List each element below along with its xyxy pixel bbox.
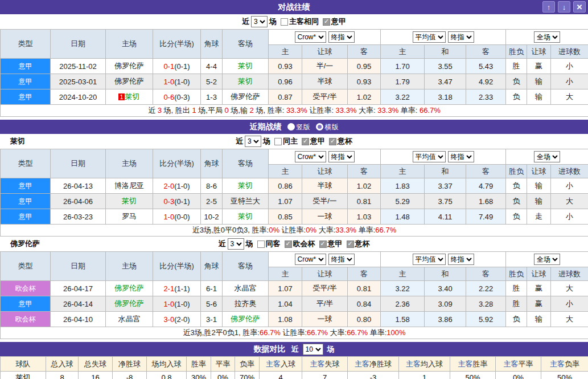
comparison-team-cell[interactable]: 莱切 xyxy=(1,372,46,379)
scroll-up-button[interactable]: ↑ xyxy=(542,1,555,13)
header-text: 净胜球 xyxy=(369,360,392,368)
avg-odds-cell: 2.33 xyxy=(466,89,506,105)
away-team-name[interactable]: 水晶宫 xyxy=(235,284,257,292)
comparison-rounds-filter: 近10场 xyxy=(291,344,335,355)
close-button[interactable]: ✕ xyxy=(573,1,586,13)
comparison-value-cell: 0.8 xyxy=(147,372,187,379)
scope-select[interactable]: 全场 xyxy=(534,31,560,43)
layout-radio-label: 竖版 xyxy=(297,123,310,131)
score-cell: 0-3(0-1) xyxy=(153,194,201,209)
recent-titlebar: 近期战绩 竖版横版 xyxy=(0,120,588,134)
score-cell: 1-0(0-0) xyxy=(153,209,201,225)
away-team-name[interactable]: 莱切 xyxy=(238,212,253,221)
avg-source-select[interactable]: 终指 xyxy=(448,151,474,162)
summary-segment: 33.3% xyxy=(336,106,357,115)
summary-segment: 33.3% xyxy=(286,106,307,115)
rounds-select[interactable]: 3 xyxy=(245,136,261,147)
avg-odds-cell: 5.92 xyxy=(466,312,506,327)
team-name-label: 佛罗伦萨 xyxy=(10,239,40,249)
filter-checkbox-checked[interactable] xyxy=(347,241,354,248)
rounds-select[interactable]: 3 xyxy=(228,238,244,250)
odds-source-select[interactable]: Crow* xyxy=(295,151,326,162)
outcome-cell: 负 xyxy=(506,194,527,209)
home-team-name[interactable]: 莱切 xyxy=(122,197,137,205)
away-team-name[interactable]: 亚特兰大 xyxy=(231,197,260,205)
rank-badge: 1 xyxy=(118,93,124,100)
comparison-value-cell: 30% xyxy=(187,372,211,379)
sub-column-header: 主 xyxy=(269,45,302,59)
away-team-name[interactable]: 拉齐奥 xyxy=(235,299,257,308)
odds-source-select[interactable]: 终指 xyxy=(328,31,355,43)
comparison-value-cell: 50% xyxy=(541,372,588,379)
summary-segment: 1 xyxy=(192,106,196,115)
home-team-name[interactable]: 佛罗伦萨 xyxy=(114,299,144,308)
home-team-name[interactable]: 莱切 xyxy=(125,92,140,101)
filter-checkbox-checked[interactable] xyxy=(323,18,330,26)
column-header: 客场 xyxy=(223,30,269,59)
rounds-select[interactable]: 3 xyxy=(251,16,268,27)
scope-select[interactable]: 全场 xyxy=(534,151,560,162)
away-team-cell: 水晶宫 xyxy=(223,281,269,296)
odds-source-select[interactable]: 终指 xyxy=(328,254,355,265)
fulltime-score: 2-1 xyxy=(163,284,174,293)
sub-column-header: 胜负 xyxy=(506,165,527,178)
avg-source-select[interactable]: 平均值 xyxy=(413,31,446,43)
filter-checkbox-checked[interactable] xyxy=(329,138,336,145)
comparison-column-header: 总失球 xyxy=(79,357,113,372)
fulltime-score: 0-3 xyxy=(163,197,174,206)
scope-select[interactable]: 全场 xyxy=(534,254,560,265)
date-cell: 26-04-06 xyxy=(51,194,106,209)
odds-source-select[interactable]: Crow* xyxy=(295,31,326,43)
sub-column-header: 进球数 xyxy=(551,267,588,281)
avg-source-select[interactable]: 平均值 xyxy=(413,151,446,162)
odds-source-select[interactable]: 终指 xyxy=(328,151,355,162)
avg-odds-cell: 3.37 xyxy=(425,178,466,194)
filter-checkbox-unchecked[interactable] xyxy=(257,241,265,248)
odds-cell: 0.81 xyxy=(348,281,381,296)
outcome-cell: 赢 xyxy=(527,59,551,74)
scope-dropdown-cell: 全场 xyxy=(506,149,588,165)
filter-checkbox-unchecked[interactable] xyxy=(281,18,288,26)
home-team-name[interactable]: 佛罗伦萨 xyxy=(114,77,144,85)
filter-checkbox-checked[interactable] xyxy=(302,138,309,145)
home-team-name[interactable]: 罗马 xyxy=(122,212,137,221)
odds-cell: 半/一 xyxy=(302,59,348,74)
outcome-cell: 大 xyxy=(551,194,588,209)
home-team-name[interactable]: 博洛尼亚 xyxy=(114,181,144,190)
home-team-name[interactable]: 水晶宫 xyxy=(118,315,141,323)
odds-cell: 一球 xyxy=(302,209,348,225)
halftime-score: (2-0) xyxy=(174,315,190,324)
away-team-name[interactable]: 佛罗伦萨 xyxy=(231,92,260,101)
odds-source-select[interactable]: Crow* xyxy=(295,254,326,265)
odds-cell: 受平/半 xyxy=(302,281,348,296)
away-team-name[interactable]: 莱切 xyxy=(238,77,253,85)
team-filter-row: 佛罗伦萨近3场同客欧会杯意甲意杯 xyxy=(0,237,588,251)
filter-checkbox-unchecked[interactable] xyxy=(274,138,282,145)
comparison-rounds-select[interactable]: 10 xyxy=(303,344,323,355)
layout-radio-unselected[interactable] xyxy=(316,123,323,131)
filter-checkbox-checked[interactable] xyxy=(285,241,292,248)
away-team-name[interactable]: 佛罗伦萨 xyxy=(231,315,260,323)
avg-source-select[interactable]: 终指 xyxy=(448,254,474,265)
summary-segment: 让胜率: xyxy=(279,226,306,234)
sub-column-header: 客 xyxy=(348,45,381,59)
rounds-suffix-label: 场 xyxy=(263,136,270,146)
away-team-name[interactable]: 莱切 xyxy=(238,181,253,190)
date-cell: 26-04-14 xyxy=(51,296,106,312)
comparison-column-header: 负率 xyxy=(235,357,260,372)
avg-source-select[interactable]: 终指 xyxy=(448,31,474,43)
scroll-down-button[interactable]: ↓ xyxy=(558,1,570,13)
near-label: 近 xyxy=(219,239,226,249)
column-header: 主场 xyxy=(106,149,153,178)
away-team-name[interactable]: 莱切 xyxy=(238,62,253,70)
layout-radio-selected[interactable] xyxy=(287,123,295,131)
avg-source-select[interactable]: 平均值 xyxy=(413,254,446,265)
header-prefix: 主客 xyxy=(504,360,519,368)
filter-checkbox-checked[interactable] xyxy=(319,241,327,248)
outcome-cell: 小 xyxy=(551,178,588,194)
summary-cell: 近 3 场, 胜出 1 场,平局 0 场,输 2 场, 胜率: 33.3% 让胜… xyxy=(1,105,588,117)
home-team-cell: 佛罗伦萨 xyxy=(106,59,153,74)
home-team-name[interactable]: 佛罗伦萨 xyxy=(114,62,144,70)
home-team-name[interactable]: 佛罗伦萨 xyxy=(114,284,144,292)
column-header: 比分(半场) xyxy=(153,30,201,59)
